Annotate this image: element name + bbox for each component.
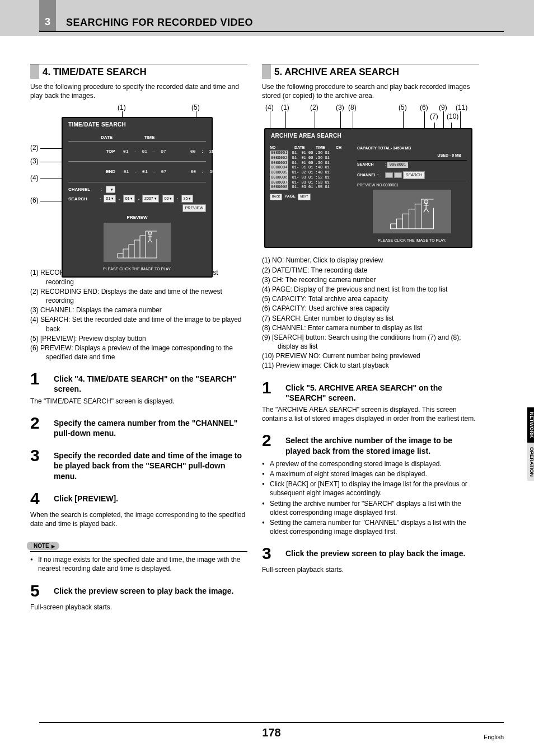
right-legend: (1) NO: Number. Click to display preview… [262, 256, 479, 370]
table-row[interactable]: 0000003 01- 01 00 :36 01 [270, 161, 354, 166]
screen-title: ARCHIVE AREA SEARCH [265, 129, 471, 142]
right-figure: (4) (1) (2) (3) (8) (5) (6) (9) (11) (7)… [262, 106, 479, 250]
search-t1[interactable]: 00 ▾ [162, 195, 175, 203]
c7: (7) [430, 112, 438, 120]
step-heading: Specify the camera number from the "CHAN… [54, 414, 247, 438]
page-number: 178 [39, 726, 504, 739]
callout-4: (4) [30, 174, 39, 182]
search-button[interactable]: SEARCH [403, 171, 425, 179]
search-t2[interactable]: 35 ▾ [181, 195, 194, 203]
preview-button[interactable]: PREVIEW [182, 204, 206, 212]
callout-5: (5) [191, 104, 200, 111]
table-row[interactable]: 0000002 01- 01 00 :36 01 [270, 156, 354, 161]
hd-no: NO [270, 145, 291, 151]
step-4: 4Click [PREVIEW]. [30, 489, 247, 508]
legend-item: (3) CHANNEL: Displays the camera number [30, 306, 247, 314]
preview-image[interactable] [373, 190, 451, 233]
search-d3[interactable]: 2007 ▾ [142, 195, 159, 203]
step-number: 2 [30, 414, 49, 433]
table-row[interactable]: 0000001 01- 01 00 :36 01 [270, 151, 354, 156]
left-legend: (1) RECORDING TOP: Displays the date and… [30, 268, 247, 361]
note-list: If no image exists for the specified dat… [30, 555, 247, 573]
note-badge: NOTE [30, 542, 59, 550]
search-input[interactable]: 0000001 [387, 162, 408, 168]
callout-6: (6) [30, 196, 39, 204]
step-3: 3Specify the recorded date and time of t… [30, 446, 247, 481]
legend-item: (7) SEARCH: Enter number to display as l… [262, 314, 479, 323]
callout-2: (2) [30, 144, 39, 152]
callout-line [40, 201, 62, 201]
c5: (5) [399, 104, 407, 111]
c1: (1) [281, 104, 289, 111]
left-intro: Use the following procedure to specify t… [30, 82, 247, 100]
channel-label: CHANNEL : [357, 172, 384, 178]
end-val: 01 - 01 - 07 00 : 35 [124, 169, 215, 174]
screen-footer: PLEASE CLICK THE IMAGE TO PLAY. [68, 264, 206, 272]
top-label: TOP [106, 149, 115, 154]
legend-item: (9) [SEARCH] button: Search using the co… [262, 333, 479, 351]
side-tab-operation: OPERATION [527, 443, 534, 481]
table-row[interactable]: 0000006 01- 03 01 :52 01 [270, 175, 354, 180]
hd-time: TIME [144, 134, 154, 140]
section-heading-left: 4. TIME/DATE SEARCH [30, 64, 247, 79]
archive-table: NO DATE TIME CH 0000001 01- 01 00 :36 01… [270, 145, 354, 243]
back-button[interactable]: BACK [270, 194, 282, 200]
step-heading: Specify the recorded date and time of th… [54, 446, 247, 481]
step-2r: 2Select the archive number of the image … [262, 431, 479, 456]
archive-right-panel: CAPACITY TOTAL- 34594 MB USED - 0 MB SEA… [357, 145, 467, 243]
legend-item: (4) PAGE: Display of the previous and ne… [262, 285, 479, 294]
step-number: 1 [30, 369, 49, 388]
right-column: 5. ARCHIVE AREA SEARCH Use the following… [262, 64, 479, 612]
step-body: Full-screen playback starts. [30, 603, 247, 612]
legend-item: (6) CAPACITY: Used archive area capacity [262, 304, 479, 313]
step-heading: Click "4. TIME/DATE SEARCH" on the "SEAR… [54, 369, 247, 394]
hd-ch: CH [336, 145, 341, 151]
hd-date: DATE [294, 145, 312, 151]
c2: (2) [310, 104, 318, 111]
svg-point-1 [424, 200, 428, 204]
table-row[interactable]: 0000007 01- 03 01 :53 01 [270, 180, 354, 185]
channel-dropdown[interactable] [385, 172, 393, 178]
bullet-item: Setting the archive number for "SEARCH" … [262, 499, 479, 517]
legend-item: (8) CHANNEL: Enter camera number to disp… [262, 323, 479, 332]
c8: (8) [348, 104, 357, 111]
step-body: The "TIME/DATE SEARCH" screen is display… [30, 397, 247, 406]
table-row[interactable]: 0000005 01- 02 01 :48 01 [270, 170, 354, 175]
right-bullets: A preview of the corresponding stored im… [262, 459, 479, 537]
next-button[interactable]: NEXT [298, 194, 310, 200]
channel-dropdown2[interactable] [394, 172, 402, 178]
legend-item: (5) [PREVIEW]: Preview display button [30, 334, 247, 343]
step-number: 1 [262, 378, 281, 397]
search-d1[interactable]: 01 ▾ [104, 195, 116, 203]
step-body: When the search is completed, the image … [30, 510, 247, 528]
step-heading: Click [PREVIEW]. [54, 489, 247, 504]
cap-used-label: USED - [438, 153, 451, 158]
screen-body: DATE TIME TOP 01 - 01 - 07 00 : 35 END 0… [63, 131, 212, 276]
legend-item: (2) DATE/TIME: The recording date [262, 266, 479, 275]
step-heading: Click the preview screen to play back th… [285, 544, 479, 558]
step-heading: Click "5. ARCHIVE AREA SEARCH" on the "S… [285, 378, 479, 403]
search-d2[interactable]: 01 ▾ [123, 195, 135, 203]
page-label: PAGE [285, 194, 296, 198]
step-number: 3 [30, 446, 49, 465]
bullet-item: Click [BACK] or [NEXT] to display the im… [262, 480, 479, 497]
channel-dropdown[interactable]: - ▾ [106, 186, 115, 194]
top-val: 01 - 01 - 07 00 : 35 [123, 149, 214, 154]
bullet-item: A preview of the corresponding stored im… [262, 459, 479, 468]
preview-no-label: PREVIEW NO 0000001 [357, 182, 467, 188]
screen-footer: PLEASE CLICK THE IMAGE TO PLAY. [357, 236, 467, 243]
search-label: SEARCH [68, 196, 97, 202]
step-3r: 3Click the preview screen to play back t… [262, 544, 479, 563]
cap-used-val: 0 MB [452, 153, 461, 157]
stairs-illustration [112, 226, 162, 259]
step-number: 2 [262, 431, 281, 450]
step-heading: Click the preview screen to play back th… [54, 581, 247, 596]
table-row[interactable]: 0000004 01- 01 01 :48 01 [270, 165, 354, 170]
left-column: 4. TIME/DATE SEARCH Use the following pr… [30, 64, 247, 612]
preview-image[interactable] [104, 223, 171, 262]
side-tabs: NETWORK OPERATION [527, 407, 534, 481]
legend-item: (3) CH: The recording camera number [262, 275, 479, 284]
callout-line [40, 179, 62, 179]
table-row[interactable]: 0000008 01- 03 01 :55 01 [270, 185, 354, 190]
note-item: If no image exists for the specified dat… [30, 555, 247, 573]
